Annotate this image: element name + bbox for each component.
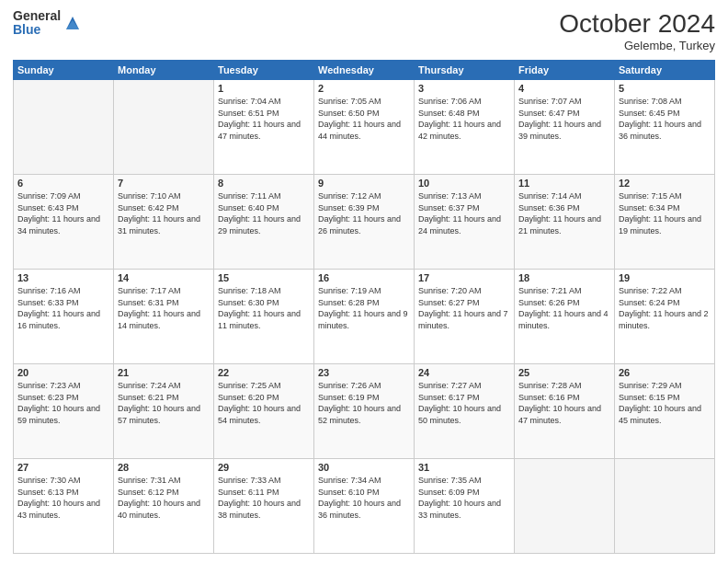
calendar-cell: 30Sunrise: 7:34 AM Sunset: 6:10 PM Dayli… bbox=[314, 459, 415, 554]
calendar-row-3: 20Sunrise: 7:23 AM Sunset: 6:23 PM Dayli… bbox=[14, 364, 715, 459]
calendar-cell: 22Sunrise: 7:25 AM Sunset: 6:20 PM Dayli… bbox=[214, 364, 314, 459]
day-number: 4 bbox=[518, 83, 610, 94]
calendar-row-2: 13Sunrise: 7:16 AM Sunset: 6:33 PM Dayli… bbox=[14, 270, 715, 364]
day-number: 24 bbox=[418, 367, 510, 378]
calendar-cell: 8Sunrise: 7:11 AM Sunset: 6:40 PM Daylig… bbox=[214, 175, 314, 270]
day-number: 29 bbox=[218, 462, 310, 473]
day-number: 19 bbox=[619, 272, 711, 283]
calendar-cell: 2Sunrise: 7:05 AM Sunset: 6:50 PM Daylig… bbox=[314, 80, 415, 175]
weekday-header-wednesday: Wednesday bbox=[314, 61, 415, 80]
day-number: 6 bbox=[17, 178, 109, 189]
day-number: 7 bbox=[118, 178, 210, 189]
cell-info: Sunrise: 7:29 AM Sunset: 6:15 PM Dayligh… bbox=[619, 380, 711, 426]
cell-info: Sunrise: 7:17 AM Sunset: 6:31 PM Dayligh… bbox=[118, 285, 210, 331]
logo: General Blue bbox=[13, 9, 81, 38]
cell-info: Sunrise: 7:16 AM Sunset: 6:33 PM Dayligh… bbox=[17, 285, 109, 331]
calendar-cell bbox=[114, 80, 214, 175]
weekday-header-thursday: Thursday bbox=[415, 61, 515, 80]
day-number: 9 bbox=[318, 178, 410, 189]
cell-info: Sunrise: 7:27 AM Sunset: 6:17 PM Dayligh… bbox=[418, 380, 510, 426]
cell-info: Sunrise: 7:12 AM Sunset: 6:39 PM Dayligh… bbox=[318, 190, 410, 236]
calendar-cell bbox=[615, 459, 715, 554]
day-number: 5 bbox=[619, 83, 711, 94]
cell-info: Sunrise: 7:30 AM Sunset: 6:13 PM Dayligh… bbox=[17, 475, 109, 521]
cell-info: Sunrise: 7:24 AM Sunset: 6:21 PM Dayligh… bbox=[118, 380, 210, 426]
cell-info: Sunrise: 7:14 AM Sunset: 6:36 PM Dayligh… bbox=[518, 190, 610, 236]
weekday-header-sunday: Sunday bbox=[14, 61, 114, 80]
cell-info: Sunrise: 7:22 AM Sunset: 6:24 PM Dayligh… bbox=[619, 285, 711, 331]
cell-info: Sunrise: 7:13 AM Sunset: 6:37 PM Dayligh… bbox=[418, 190, 510, 236]
day-number: 11 bbox=[518, 178, 610, 189]
calendar-cell: 16Sunrise: 7:19 AM Sunset: 6:28 PM Dayli… bbox=[314, 270, 415, 364]
calendar-cell bbox=[515, 459, 615, 554]
cell-info: Sunrise: 7:18 AM Sunset: 6:30 PM Dayligh… bbox=[218, 285, 310, 331]
cell-info: Sunrise: 7:19 AM Sunset: 6:28 PM Dayligh… bbox=[318, 285, 410, 331]
logo-general: General bbox=[13, 9, 61, 23]
day-number: 1 bbox=[218, 83, 310, 94]
calendar-cell: 10Sunrise: 7:13 AM Sunset: 6:37 PM Dayli… bbox=[415, 175, 515, 270]
calendar-cell: 24Sunrise: 7:27 AM Sunset: 6:17 PM Dayli… bbox=[415, 364, 515, 459]
logo-icon bbox=[64, 15, 81, 31]
cell-info: Sunrise: 7:25 AM Sunset: 6:20 PM Dayligh… bbox=[218, 380, 310, 426]
day-number: 14 bbox=[118, 272, 210, 283]
day-number: 3 bbox=[418, 83, 510, 94]
calendar-cell: 19Sunrise: 7:22 AM Sunset: 6:24 PM Dayli… bbox=[615, 270, 715, 364]
calendar-row-0: 1Sunrise: 7:04 AM Sunset: 6:51 PM Daylig… bbox=[14, 80, 715, 175]
page: General Blue October 2024 Gelembe, Turke… bbox=[0, 0, 728, 563]
cell-info: Sunrise: 7:15 AM Sunset: 6:34 PM Dayligh… bbox=[619, 190, 711, 236]
calendar-cell: 27Sunrise: 7:30 AM Sunset: 6:13 PM Dayli… bbox=[14, 459, 114, 554]
day-number: 23 bbox=[318, 367, 410, 378]
cell-info: Sunrise: 7:07 AM Sunset: 6:47 PM Dayligh… bbox=[518, 96, 610, 142]
calendar-cell: 13Sunrise: 7:16 AM Sunset: 6:33 PM Dayli… bbox=[14, 270, 114, 364]
cell-info: Sunrise: 7:10 AM Sunset: 6:42 PM Dayligh… bbox=[118, 190, 210, 236]
cell-info: Sunrise: 7:05 AM Sunset: 6:50 PM Dayligh… bbox=[318, 96, 410, 142]
calendar-cell: 26Sunrise: 7:29 AM Sunset: 6:15 PM Dayli… bbox=[615, 364, 715, 459]
calendar-cell: 15Sunrise: 7:18 AM Sunset: 6:30 PM Dayli… bbox=[214, 270, 314, 364]
cell-info: Sunrise: 7:23 AM Sunset: 6:23 PM Dayligh… bbox=[17, 380, 109, 426]
day-number: 22 bbox=[218, 367, 310, 378]
calendar-cell: 9Sunrise: 7:12 AM Sunset: 6:39 PM Daylig… bbox=[314, 175, 415, 270]
day-number: 8 bbox=[218, 178, 310, 189]
day-number: 15 bbox=[218, 272, 310, 283]
month-title: October 2024 bbox=[559, 9, 715, 39]
header: General Blue October 2024 Gelembe, Turke… bbox=[13, 9, 715, 52]
cell-info: Sunrise: 7:20 AM Sunset: 6:27 PM Dayligh… bbox=[418, 285, 510, 331]
calendar-cell: 18Sunrise: 7:21 AM Sunset: 6:26 PM Dayli… bbox=[515, 270, 615, 364]
day-number: 10 bbox=[418, 178, 510, 189]
calendar-cell: 6Sunrise: 7:09 AM Sunset: 6:43 PM Daylig… bbox=[14, 175, 114, 270]
weekday-header-tuesday: Tuesday bbox=[214, 61, 314, 80]
calendar-cell: 21Sunrise: 7:24 AM Sunset: 6:21 PM Dayli… bbox=[114, 364, 214, 459]
calendar-cell: 11Sunrise: 7:14 AM Sunset: 6:36 PM Dayli… bbox=[515, 175, 615, 270]
calendar-cell: 20Sunrise: 7:23 AM Sunset: 6:23 PM Dayli… bbox=[14, 364, 114, 459]
calendar-cell: 1Sunrise: 7:04 AM Sunset: 6:51 PM Daylig… bbox=[214, 80, 314, 175]
calendar-cell: 25Sunrise: 7:28 AM Sunset: 6:16 PM Dayli… bbox=[515, 364, 615, 459]
title-block: October 2024 Gelembe, Turkey bbox=[559, 9, 715, 52]
day-number: 16 bbox=[318, 272, 410, 283]
calendar-cell: 5Sunrise: 7:08 AM Sunset: 6:45 PM Daylig… bbox=[615, 80, 715, 175]
calendar-cell: 17Sunrise: 7:20 AM Sunset: 6:27 PM Dayli… bbox=[415, 270, 515, 364]
location: Gelembe, Turkey bbox=[559, 39, 715, 52]
cell-info: Sunrise: 7:31 AM Sunset: 6:12 PM Dayligh… bbox=[118, 475, 210, 521]
day-number: 21 bbox=[118, 367, 210, 378]
cell-info: Sunrise: 7:26 AM Sunset: 6:19 PM Dayligh… bbox=[318, 380, 410, 426]
cell-info: Sunrise: 7:21 AM Sunset: 6:26 PM Dayligh… bbox=[518, 285, 610, 331]
weekday-header-monday: Monday bbox=[114, 61, 214, 80]
day-number: 31 bbox=[418, 462, 510, 473]
calendar-cell: 28Sunrise: 7:31 AM Sunset: 6:12 PM Dayli… bbox=[114, 459, 214, 554]
cell-info: Sunrise: 7:06 AM Sunset: 6:48 PM Dayligh… bbox=[418, 96, 510, 142]
calendar-cell: 31Sunrise: 7:35 AM Sunset: 6:09 PM Dayli… bbox=[415, 459, 515, 554]
day-number: 27 bbox=[17, 462, 109, 473]
weekday-header-row: SundayMondayTuesdayWednesdayThursdayFrid… bbox=[14, 61, 715, 80]
day-number: 17 bbox=[418, 272, 510, 283]
cell-info: Sunrise: 7:11 AM Sunset: 6:40 PM Dayligh… bbox=[218, 190, 310, 236]
calendar-cell: 14Sunrise: 7:17 AM Sunset: 6:31 PM Dayli… bbox=[114, 270, 214, 364]
cell-info: Sunrise: 7:04 AM Sunset: 6:51 PM Dayligh… bbox=[218, 96, 310, 142]
calendar-table: SundayMondayTuesdayWednesdayThursdayFrid… bbox=[13, 60, 715, 554]
calendar-row-1: 6Sunrise: 7:09 AM Sunset: 6:43 PM Daylig… bbox=[14, 175, 715, 270]
calendar-row-4: 27Sunrise: 7:30 AM Sunset: 6:13 PM Dayli… bbox=[14, 459, 715, 554]
logo-blue: Blue bbox=[13, 23, 61, 37]
day-number: 28 bbox=[118, 462, 210, 473]
day-number: 12 bbox=[619, 178, 711, 189]
day-number: 30 bbox=[318, 462, 410, 473]
cell-info: Sunrise: 7:35 AM Sunset: 6:09 PM Dayligh… bbox=[418, 475, 510, 521]
